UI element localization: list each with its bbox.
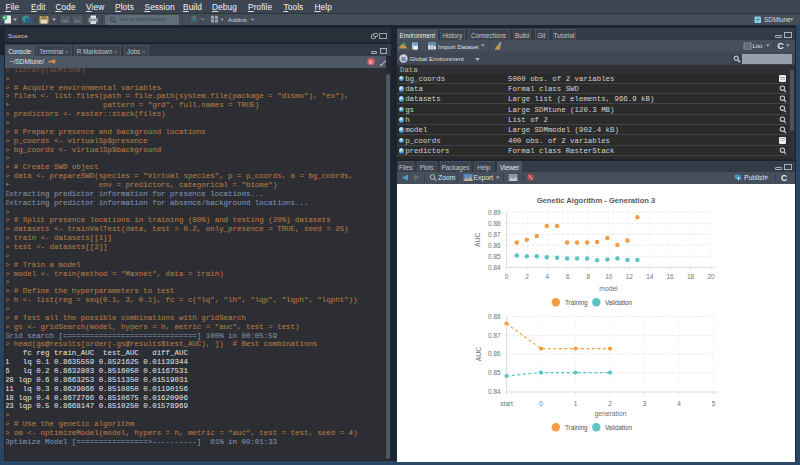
svg-text:AUC: AUC bbox=[474, 232, 481, 246]
svg-text:20: 20 bbox=[707, 273, 715, 280]
svg-text:Training: Training bbox=[565, 298, 588, 306]
svg-text:4: 4 bbox=[677, 399, 681, 406]
svg-text:4: 4 bbox=[545, 273, 549, 280]
svg-text:16: 16 bbox=[666, 273, 674, 280]
svg-text:2: 2 bbox=[525, 273, 529, 280]
svg-text:0.84: 0.84 bbox=[488, 388, 501, 395]
svg-text:0.86: 0.86 bbox=[488, 241, 501, 248]
svg-text:10: 10 bbox=[605, 273, 613, 280]
svg-text:Training: Training bbox=[565, 423, 588, 431]
svg-text:R: R bbox=[401, 55, 406, 62]
svg-text:0.87: 0.87 bbox=[488, 230, 501, 237]
svg-text:2: 2 bbox=[608, 399, 612, 406]
svg-text:6: 6 bbox=[566, 273, 570, 280]
svg-text:C: C bbox=[781, 173, 787, 183]
svg-text:1: 1 bbox=[573, 399, 577, 406]
svg-text:0: 0 bbox=[504, 273, 508, 280]
svg-text:Validation: Validation bbox=[604, 423, 632, 430]
svg-text:0.84: 0.84 bbox=[488, 263, 501, 270]
svg-text:12: 12 bbox=[625, 273, 633, 280]
svg-text:start: start bbox=[500, 399, 513, 406]
svg-text:C: C bbox=[777, 40, 783, 50]
svg-text:AUC: AUC bbox=[474, 346, 481, 360]
svg-text:Genetic Algorithm - Generation: Genetic Algorithm - Generation 3 bbox=[536, 196, 655, 205]
svg-text:0.88: 0.88 bbox=[488, 312, 501, 319]
svg-text:0.85: 0.85 bbox=[488, 369, 501, 376]
svg-text:0.89: 0.89 bbox=[488, 208, 501, 215]
svg-text:Validation: Validation bbox=[604, 298, 632, 305]
svg-text:14: 14 bbox=[646, 273, 654, 280]
svg-text:0.87: 0.87 bbox=[488, 331, 501, 338]
svg-text:0: 0 bbox=[539, 399, 543, 406]
svg-text:18: 18 bbox=[687, 273, 695, 280]
svg-text:R: R bbox=[369, 58, 374, 65]
svg-text:model: model bbox=[599, 285, 618, 292]
svg-text:0.88: 0.88 bbox=[488, 219, 501, 226]
svg-text:8: 8 bbox=[586, 273, 590, 280]
svg-text:generation: generation bbox=[594, 410, 626, 418]
svg-text:0.85: 0.85 bbox=[488, 252, 501, 259]
svg-text:3: 3 bbox=[642, 399, 646, 406]
svg-text:0.86: 0.86 bbox=[488, 350, 501, 357]
svg-text:5: 5 bbox=[711, 399, 715, 406]
